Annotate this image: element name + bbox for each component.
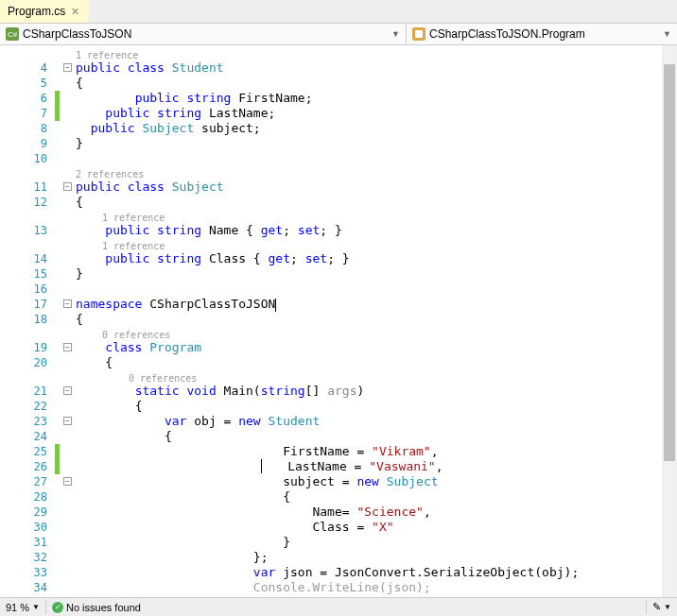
line-number: 23: [0, 414, 55, 429]
nav-scope-text: CSharpClassToJSON: [23, 27, 131, 41]
code-line: var json = JsonConvert.SerializeObject(o…: [76, 565, 677, 580]
codelens[interactable]: 0 references: [76, 327, 677, 340]
view-options[interactable]: ✎ ▼: [647, 601, 677, 613]
line-number: 5: [0, 76, 55, 91]
fold-toggle[interactable]: −: [63, 63, 72, 72]
code-line: LastName = "Vaswani",: [76, 459, 677, 474]
code-line: {: [76, 489, 677, 505]
code-line: class Program: [76, 340, 677, 355]
code-line: public string Name { get; set; }: [76, 223, 677, 238]
line-number: 34: [0, 580, 55, 595]
code-line: }: [76, 266, 677, 282]
line-number: 7: [0, 106, 55, 121]
chevron-down-icon: ▼: [391, 29, 400, 39]
line-number: 26: [0, 459, 55, 474]
code-line: public Subject subject;: [76, 121, 677, 136]
tab-bar: Program.cs ✕: [0, 0, 677, 23]
change-indicator: [55, 459, 60, 474]
fold-toggle[interactable]: −: [63, 386, 72, 395]
csharp-file-icon: C#: [6, 27, 19, 41]
zoom-level[interactable]: 91 % ▼: [0, 602, 45, 613]
code-line: {: [76, 312, 677, 327]
nav-scope-dropdown[interactable]: C# CSharpClassToJSON ▼: [0, 24, 407, 44]
code-line: var obj = new Student: [76, 414, 677, 429]
text-cursor: [275, 299, 276, 312]
line-number: 8: [0, 121, 55, 136]
svg-rect-3: [415, 30, 423, 38]
line-number: 20: [0, 355, 55, 370]
margin: − − − − − − −: [55, 45, 76, 597]
code-line: public string LastName;: [76, 106, 677, 121]
codelens[interactable]: 1 reference: [76, 238, 677, 251]
codelens[interactable]: 1 reference: [76, 47, 677, 60]
line-number: 11: [0, 180, 55, 195]
code-line: {: [76, 355, 677, 370]
code-line: public class Subject: [76, 180, 677, 195]
code-line: public class Student: [76, 60, 677, 76]
fold-toggle[interactable]: −: [63, 417, 72, 425]
code-line: {: [76, 76, 677, 91]
line-number: 14: [0, 251, 55, 266]
code-line: Name= "Science",: [76, 505, 677, 520]
change-indicator: [55, 91, 60, 106]
codelens[interactable]: 1 reference: [76, 210, 677, 223]
vertical-scrollbar[interactable]: [662, 45, 677, 597]
chevron-down-icon: ▼: [663, 29, 671, 39]
line-number: 18: [0, 312, 55, 327]
code-line: FirstName = "Vikram",: [76, 444, 677, 459]
change-indicator: [55, 106, 60, 121]
change-indicator: [55, 444, 60, 459]
line-number: 33: [0, 565, 55, 580]
code-line: namespace CSharpClassToJSON: [76, 297, 677, 312]
code-line: {: [76, 399, 677, 414]
close-icon[interactable]: ✕: [69, 6, 81, 18]
fold-toggle[interactable]: −: [63, 343, 72, 351]
line-number: 16: [0, 282, 55, 297]
file-tab[interactable]: Program.cs ✕: [0, 0, 89, 23]
line-number: 27: [0, 474, 55, 489]
nav-type-text: CSharpClassToJSON.Program: [429, 27, 585, 41]
line-number: 31: [0, 535, 55, 550]
issues-status[interactable]: ✓No issues found: [46, 602, 147, 613]
fold-toggle[interactable]: −: [63, 477, 72, 486]
code-editor[interactable]: 4 5 6 7 8 9 10 11 12 13 14 15 16 17 18 1…: [0, 45, 677, 597]
code-line: }: [76, 535, 677, 550]
line-number: 10: [0, 151, 55, 166]
svg-text:C#: C#: [8, 30, 18, 39]
scrollbar-thumb[interactable]: [664, 64, 675, 461]
line-number: 24: [0, 429, 55, 444]
line-number: 25: [0, 444, 55, 459]
codelens[interactable]: 2 references: [76, 166, 677, 180]
line-number: 19: [0, 340, 55, 355]
line-number: 21: [0, 384, 55, 399]
class-icon: [412, 27, 425, 41]
tab-label: Program.cs: [8, 5, 65, 18]
line-number-gutter: 4 5 6 7 8 9 10 11 12 13 14 15 16 17 18 1…: [0, 45, 55, 597]
line-number: 30: [0, 520, 55, 535]
line-number: 29: [0, 505, 55, 520]
codelens[interactable]: 0 references: [76, 370, 677, 384]
code-line: static void Main(string[] args): [76, 384, 677, 399]
line-number: 15: [0, 266, 55, 282]
line-number: 22: [0, 399, 55, 414]
nav-type-dropdown[interactable]: CSharpClassToJSON.Program ▼: [407, 24, 677, 44]
code-line: }: [76, 136, 677, 151]
code-line: };: [76, 550, 677, 565]
code-line: subject = new Subject: [76, 474, 677, 489]
code-line: Class = "X": [76, 520, 677, 535]
navigation-bar: C# CSharpClassToJSON ▼ CSharpClassToJSON…: [0, 23, 677, 45]
line-number: 12: [0, 195, 55, 210]
line-number: 17: [0, 297, 55, 312]
fold-toggle[interactable]: −: [63, 299, 72, 308]
line-number: 32: [0, 550, 55, 565]
fold-toggle[interactable]: −: [63, 182, 72, 191]
code-area[interactable]: 1 reference public class Student { publi…: [76, 45, 677, 597]
check-icon: ✓: [52, 602, 63, 613]
code-line: public string Class { get; set; }: [76, 251, 677, 266]
status-bar: 91 % ▼ ✓No issues found ✎ ▼: [0, 597, 677, 616]
code-line: {: [76, 429, 677, 444]
brush-icon: ✎: [652, 601, 661, 613]
code-line: {: [76, 195, 677, 210]
code-line: Console.WriteLine(json);: [76, 580, 677, 595]
line-number: 28: [0, 489, 55, 505]
